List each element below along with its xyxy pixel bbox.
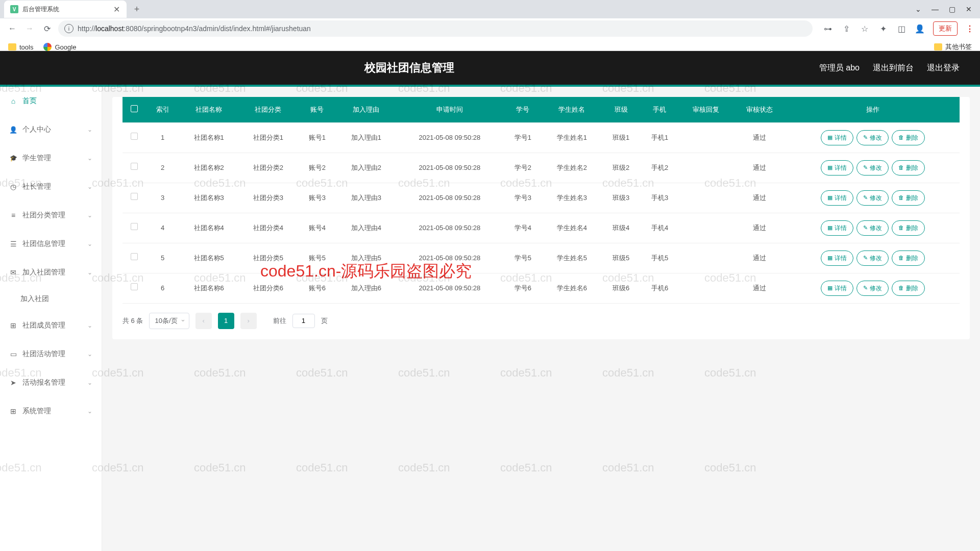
detail-button[interactable]: ▦详情 xyxy=(821,130,853,145)
table-cell-reply xyxy=(679,243,732,273)
row-checkbox[interactable] xyxy=(131,133,138,140)
detail-button[interactable]: ▦详情 xyxy=(821,281,853,296)
logout-button[interactable]: 退出登录 xyxy=(927,63,960,73)
delete-button[interactable]: 🗑删除 xyxy=(892,251,925,266)
sidebar-item-5[interactable]: 社团信息管理⌄ xyxy=(0,230,102,258)
reload-button[interactable]: ⟳ xyxy=(41,22,53,35)
table-row: 4社团名称4社团分类4账号4加入理由42021-05-08 09:50:28学号… xyxy=(122,213,960,243)
edit-button[interactable]: ✎修改 xyxy=(856,130,889,145)
sidebar-item-0[interactable]: 首页 xyxy=(0,87,102,115)
detail-button[interactable]: ▦详情 xyxy=(821,160,853,176)
window-close-icon[interactable]: ✕ xyxy=(966,5,972,13)
table-header-cell: 学号 xyxy=(503,97,542,122)
table-cell-reply xyxy=(679,153,732,183)
user-label[interactable]: 管理员 abo xyxy=(819,63,860,73)
table-cell-sname: 学生姓名4 xyxy=(542,213,601,243)
table-row: 1社团名称1社团分类1账号1加入理由12021-05-08 09:50:28学号… xyxy=(122,122,960,153)
sidebar-item-7[interactable]: 社团成员管理⌄ xyxy=(0,311,102,340)
select-all-checkbox[interactable] xyxy=(131,105,138,112)
window-maximize-icon[interactable]: ▢ xyxy=(949,5,955,13)
prev-page-button[interactable]: ‹ xyxy=(195,313,212,329)
bookmark-google[interactable]: Google xyxy=(43,43,76,51)
sidebar-item-label: 社团活动管理 xyxy=(22,349,65,359)
table-cell-sname: 学生姓名2 xyxy=(542,153,601,183)
forward-button[interactable]: → xyxy=(23,22,36,35)
delete-button[interactable]: 🗑删除 xyxy=(892,160,925,176)
icon-send-icon xyxy=(9,379,17,387)
detail-button[interactable]: ▦详情 xyxy=(821,251,853,266)
url-input[interactable]: i http://localhost:8080/springbootnp4n3/… xyxy=(58,20,813,37)
chevron-down-icon: ⌄ xyxy=(87,155,92,162)
table-cell-cat: 社团分类1 xyxy=(238,122,298,153)
edit-button[interactable]: ✎修改 xyxy=(856,220,889,236)
sidebar-item-4[interactable]: 社团分类管理⌄ xyxy=(0,201,102,230)
delete-button[interactable]: 🗑删除 xyxy=(892,190,925,206)
page-number-button[interactable]: 1 xyxy=(218,313,234,329)
sidebar-item-6[interactable]: 加入社团管理⌄ xyxy=(0,258,102,287)
icon-activity-icon xyxy=(9,350,17,358)
browser-tab[interactable]: 后台管理系统 ✕ xyxy=(4,1,127,18)
detail-button[interactable]: ▦详情 xyxy=(821,190,853,206)
detail-button[interactable]: ▦详情 xyxy=(821,220,853,236)
row-checkbox[interactable] xyxy=(131,163,138,170)
table-cell-phone: 手机1 xyxy=(641,122,679,153)
table-cell-sname: 学生姓名5 xyxy=(542,243,601,273)
update-button[interactable]: 更新 xyxy=(933,21,958,36)
bookmark-tools[interactable]: tools xyxy=(8,43,33,51)
table-cell-cls: 班级1 xyxy=(602,122,641,153)
bookmark-star-icon[interactable]: ☆ xyxy=(860,24,870,34)
sidebar-item-1[interactable]: 个人中心⌄ xyxy=(0,115,102,144)
chrome-menu-icon[interactable]: ⋮ xyxy=(966,24,974,34)
sidebar-item-3[interactable]: 社长管理⌄ xyxy=(0,172,102,201)
table-header-cell: 审核状态 xyxy=(732,97,786,122)
table-cell-reply xyxy=(679,213,732,243)
sidebar-item-9[interactable]: 活动报名管理⌄ xyxy=(0,368,102,397)
share-icon[interactable]: ⇪ xyxy=(841,24,851,34)
delete-button[interactable]: 🗑删除 xyxy=(892,281,925,296)
logout-front-button[interactable]: 退出到前台 xyxy=(873,63,914,73)
sidebar-item-label: 活动报名管理 xyxy=(22,378,65,387)
side-panel-icon[interactable]: ◫ xyxy=(896,24,906,34)
edit-button[interactable]: ✎修改 xyxy=(856,190,889,206)
edit-button[interactable]: ✎修改 xyxy=(856,281,889,296)
new-tab-button[interactable]: + xyxy=(130,2,144,16)
table-cell-cls: 班级5 xyxy=(602,243,641,273)
window-dropdown-icon[interactable]: ⌄ xyxy=(915,5,921,13)
row-checkbox[interactable] xyxy=(131,223,138,230)
delete-icon: 🗑 xyxy=(898,133,904,142)
extensions-icon[interactable]: ✦ xyxy=(878,24,888,34)
table-cell-cat: 社团分类3 xyxy=(238,183,298,213)
chevron-down-icon: ⌄ xyxy=(87,183,92,190)
delete-button[interactable]: 🗑删除 xyxy=(892,130,925,145)
delete-button[interactable]: 🗑删除 xyxy=(892,220,925,236)
row-checkbox[interactable] xyxy=(131,283,138,290)
sidebar-item-2[interactable]: 学生管理⌄ xyxy=(0,144,102,172)
table-cell-idx: 4 xyxy=(146,213,179,243)
table-cell-acc: 账号5 xyxy=(298,243,336,273)
row-checkbox[interactable] xyxy=(131,193,138,200)
goto-page-input[interactable] xyxy=(292,314,315,328)
profile-icon[interactable]: 👤 xyxy=(915,24,925,34)
back-button[interactable]: ← xyxy=(6,22,18,35)
password-icon[interactable]: ⊶ xyxy=(823,24,833,34)
edit-button[interactable]: ✎修改 xyxy=(856,251,889,266)
sidebar-item-8[interactable]: 社团活动管理⌄ xyxy=(0,340,102,368)
sidebar-subitem[interactable]: 加入社团 xyxy=(0,287,102,311)
table-cell-cat: 社团分类2 xyxy=(238,153,298,183)
sidebar-item-label: 首页 xyxy=(22,96,37,106)
next-page-button[interactable]: › xyxy=(240,313,257,329)
row-checkbox[interactable] xyxy=(131,253,138,260)
detail-icon: ▦ xyxy=(827,254,832,262)
edit-button[interactable]: ✎修改 xyxy=(856,160,889,176)
page-size-select[interactable]: 10条/页 xyxy=(149,313,189,329)
window-minimize-icon[interactable]: — xyxy=(932,5,939,13)
google-icon xyxy=(43,43,52,51)
site-info-icon[interactable]: i xyxy=(64,24,74,33)
chevron-down-icon: ⌄ xyxy=(87,240,92,247)
table-cell-name: 社团名称3 xyxy=(179,183,238,213)
table-header-cell: 社团名称 xyxy=(179,97,238,122)
tab-close-icon[interactable]: ✕ xyxy=(112,5,120,13)
sidebar-item-10[interactable]: 系统管理⌄ xyxy=(0,397,102,425)
window-controls: ⌄ — ▢ ✕ xyxy=(915,5,980,13)
bookmark-other[interactable]: 其他书签 xyxy=(934,42,972,52)
